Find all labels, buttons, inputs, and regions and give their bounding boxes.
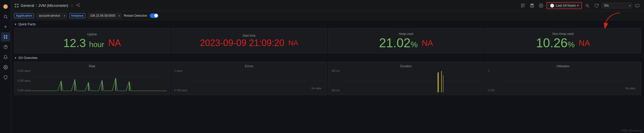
rate-y-labels: 0.250 ops/s 0.200 ops/s 0.150 ops/s	[17, 70, 31, 92]
refresh-button[interactable]	[593, 2, 600, 9]
utilisation-y-mid: 0.750	[488, 89, 495, 92]
heap-na: NA	[422, 39, 433, 47]
nonheap-card: Non-Heap used 10.26% NA	[485, 28, 641, 53]
svg-point-32	[541, 5, 542, 6]
duration-y-labels: 150 ms 100 ms	[331, 70, 340, 92]
main-wrapper: General / JVM (Micrometer) ☆	[11, 0, 644, 97]
svg-line-23	[77, 4, 78, 5]
svg-point-7	[4, 15, 7, 18]
starttime-value: 2023-09-09 21:09:20	[200, 38, 284, 48]
errors-chart-canvas: No data	[188, 70, 324, 92]
heap-title: Heap used	[399, 32, 413, 36]
svg-rect-26	[521, 6, 522, 7]
sidebar-shield-icon[interactable]	[1, 73, 10, 82]
svg-line-8	[6, 17, 7, 18]
quick-facts-header[interactable]: ▼ Quick Facts	[14, 22, 641, 26]
uptime-card: Uptime 12.3 hour NA	[14, 28, 170, 53]
uptime-title: Uptime	[87, 33, 97, 36]
time-range-button[interactable]: 🕐 Last 24 hours ▾	[546, 2, 582, 9]
instance-select[interactable]: 106.15.56.58:5000	[88, 13, 121, 18]
rate-chart: Rate 0.250 ops/s 0.200 ops/s 0.150 ops/s	[14, 62, 170, 95]
restart-detection-label: Restart Detection	[124, 14, 147, 17]
sidebar-grafana-logo[interactable]	[1, 2, 10, 11]
breadcrumb-section: General	[21, 3, 34, 8]
breadcrumb-separator: /	[36, 3, 37, 8]
utilisation-no-data: No data	[625, 87, 635, 90]
svg-rect-12	[6, 37, 7, 39]
svg-point-14	[5, 67, 6, 68]
star-icon[interactable]: ☆	[70, 3, 74, 8]
application-label: Application	[14, 13, 34, 18]
utilisation-y-labels: 1 0.750	[488, 70, 495, 92]
sidebar-alerting-icon[interactable]	[1, 53, 10, 62]
share-icon[interactable]	[76, 3, 80, 8]
svg-rect-40	[31, 70, 167, 92]
svg-rect-11	[4, 37, 5, 39]
main-content: ▼ Quick Facts Uptime 12.3 hour NA Start …	[11, 20, 644, 97]
top-bar-actions: 🕐 Last 24 hours ▾	[519, 2, 641, 9]
restart-detection-toggle[interactable]	[150, 13, 158, 18]
utilisation-chart-title: Utilisation	[488, 64, 638, 68]
heap-value: 21.02%	[379, 37, 418, 49]
svg-point-20	[76, 5, 77, 6]
top-bar: General / JVM (Micrometer) ☆	[11, 0, 644, 11]
sidebar-search-icon[interactable]	[1, 12, 10, 21]
errors-chart-title: Errors	[174, 64, 324, 68]
io-overview-header[interactable]: ▼ I/O Overview	[14, 56, 641, 60]
quick-facts-grid: Uptime 12.3 hour NA Start time 2023-09-0…	[14, 28, 641, 53]
save-button[interactable]	[528, 2, 536, 9]
svg-rect-31	[531, 6, 533, 7]
fullscreen-button[interactable]	[633, 2, 641, 9]
svg-rect-15	[15, 4, 16, 5]
utilisation-chart-area: 1 0.750 No data	[488, 70, 638, 92]
svg-rect-37	[635, 4, 639, 7]
settings-button[interactable]	[537, 2, 545, 9]
refresh-interval-wrapper[interactable]: 30s1m5m ▾	[602, 3, 632, 8]
add-panel-button[interactable]	[519, 2, 527, 9]
nonheap-values: 10.26% NA	[536, 37, 590, 49]
sidebar-config-icon[interactable]	[1, 63, 10, 72]
sidebar-add-icon[interactable]: +	[1, 22, 10, 31]
rate-y-top: 0.250 ops/s	[17, 70, 31, 72]
svg-point-2	[5, 6, 6, 7]
svg-rect-25	[523, 4, 525, 5]
instance-dropdown-wrapper[interactable]: 106.15.56.58:5000 ▾	[88, 13, 121, 18]
duration-chart-area: 150 ms 100 ms	[331, 70, 481, 92]
svg-rect-9	[4, 35, 5, 36]
io-toggle: ▼	[14, 56, 17, 59]
sidebar-explore-icon[interactable]	[1, 42, 10, 52]
nonheap-title: Non-Heap used	[552, 32, 574, 36]
rate-chart-title: Rate	[17, 64, 167, 68]
time-range-label: Last 24 hours	[556, 4, 576, 7]
starttime-title: Start time	[243, 34, 255, 37]
rate-y-mid: 0.200 ops/s	[17, 79, 31, 82]
svg-line-35	[588, 6, 589, 7]
starttime-values: 2023-09-09 21:09:20 NA	[200, 38, 298, 48]
errors-chart: Errors 1 ops/s 0.750 ops/s	[171, 62, 327, 95]
rate-chart-area: 0.250 ops/s 0.200 ops/s 0.150 ops/s	[17, 70, 167, 92]
application-select[interactable]: account-service	[37, 13, 67, 18]
duration-y-top: 150 ms	[331, 70, 340, 72]
errors-chart-area: 1 ops/s 0.750 ops/s No data	[174, 70, 324, 92]
sidebar-dashboards-icon[interactable]	[1, 32, 10, 41]
zoom-out-button[interactable]	[583, 2, 591, 9]
instance-label: Instance	[69, 13, 85, 18]
svg-point-21	[78, 6, 79, 7]
svg-rect-24	[521, 4, 522, 5]
refresh-interval-select[interactable]: 30s1m5m	[602, 3, 632, 8]
duration-chart-title: Duration	[331, 64, 481, 68]
duration-chart: Duration 150 ms 100 ms	[328, 62, 484, 95]
breadcrumb: General / JVM (Micrometer)	[14, 3, 68, 8]
starttime-card: Start time 2023-09-09 21:09:20 NA	[171, 28, 327, 53]
errors-y-labels: 1 ops/s 0.750 ops/s	[174, 70, 188, 92]
nonheap-value: 10.26%	[536, 37, 575, 49]
breadcrumb-title: JVM (Micrometer)	[38, 3, 68, 8]
quick-facts-title: Quick Facts	[18, 22, 36, 26]
application-dropdown-wrapper[interactable]: account-service ▾	[37, 13, 67, 18]
utilisation-chart-canvas: No data	[502, 70, 638, 92]
duration-y-mid: 100 ms	[331, 89, 340, 92]
svg-line-22	[77, 5, 78, 6]
io-section: ▼ I/O Overview Rate 0.250 ops/s 0.200 op…	[14, 56, 641, 95]
heap-values: 21.02% NA	[379, 37, 433, 49]
chevron-down-icon: ▾	[577, 4, 578, 7]
